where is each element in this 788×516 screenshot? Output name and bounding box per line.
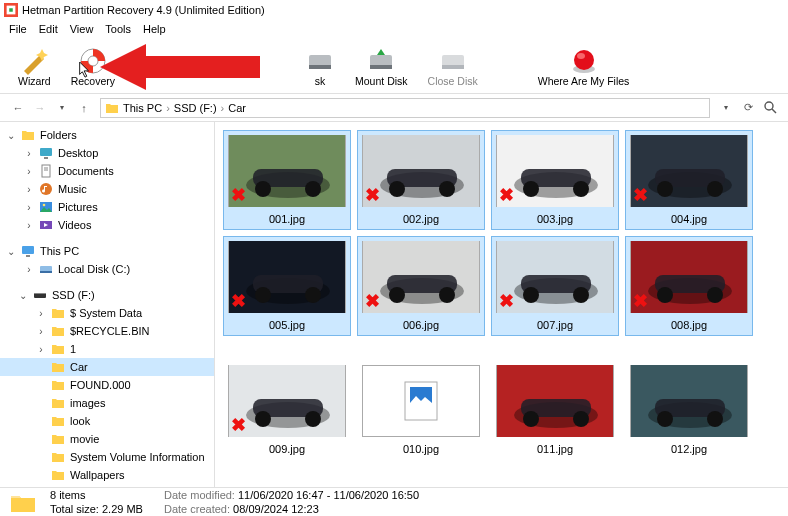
svg-point-52 (707, 181, 723, 197)
tree-item[interactable]: ›Pictures (0, 198, 214, 216)
photo-thumb (497, 135, 613, 207)
app-icon (4, 3, 18, 17)
pictures-icon (38, 199, 54, 215)
thumb-image: ✖ (362, 135, 480, 207)
thumb-image: ✖ (630, 241, 748, 313)
folder-large-icon (10, 492, 36, 514)
nav-up-button[interactable]: ↑ (74, 98, 94, 118)
tree-item[interactable]: ›Videos (0, 216, 214, 234)
svg-point-83 (523, 411, 539, 427)
breadcrumb-dropdown-button[interactable]: ▾ (716, 98, 736, 118)
tree-item-label: Wallpapers (70, 469, 125, 481)
breadcrumb-seg-1[interactable]: SSD (F:) (174, 102, 217, 114)
hidden-disk-button[interactable]: sk (295, 45, 345, 89)
file-thumb[interactable]: ✖008.jpg (625, 236, 753, 336)
svg-point-72 (707, 287, 723, 303)
svg-rect-27 (22, 246, 34, 254)
tree-item[interactable]: ›Music (0, 180, 214, 198)
file-thumb[interactable]: 010.jpg (357, 360, 485, 460)
menu-edit[interactable]: Edit (34, 23, 63, 35)
tree-item-localdisk[interactable]: › Local Disk (C:) (0, 260, 214, 278)
svg-rect-9 (370, 65, 392, 69)
folder-icon (50, 449, 66, 465)
file-thumb[interactable]: ✖006.jpg (357, 236, 485, 336)
expand-icon[interactable]: › (22, 184, 36, 195)
file-thumb[interactable]: ✖001.jpg (223, 130, 351, 230)
tree-item[interactable]: ›Desktop (0, 144, 214, 162)
nav-history-button[interactable]: ▾ (52, 98, 72, 118)
toolbar: Wizard Recovery sk Mount Disk Close Disk… (0, 38, 788, 94)
tree-section-ssd[interactable]: ⌄ SSD (F:) (0, 286, 214, 304)
recovery-button[interactable]: Recovery (61, 45, 125, 89)
expand-icon[interactable]: › (22, 148, 36, 159)
tree-item[interactable]: movie (0, 430, 214, 448)
expand-icon[interactable]: › (22, 202, 36, 213)
breadcrumb-seg-0[interactable]: This PC (123, 102, 162, 114)
tree-item-label: Desktop (58, 147, 98, 159)
breadcrumb[interactable]: This PC› SSD (F:)› Car (100, 98, 710, 118)
svg-rect-11 (442, 65, 464, 69)
tree-item-label: movie (70, 433, 99, 445)
collapse-icon[interactable]: ⌄ (4, 246, 18, 257)
svg-rect-28 (26, 255, 30, 257)
drive-icon (306, 47, 334, 75)
status-bar: 8 items Total size: 2.29 MB Date modifie… (0, 487, 788, 516)
tree-item[interactable]: ›1 (0, 340, 214, 358)
recovery-label: Recovery (71, 75, 115, 87)
menu-tools[interactable]: Tools (100, 23, 136, 35)
tree-item[interactable]: ›$RECYCLE.BIN (0, 322, 214, 340)
tree-section-folders[interactable]: ⌄ Folders (0, 126, 214, 144)
tree-item[interactable]: ›$ System Data (0, 304, 214, 322)
photo-thumb (497, 241, 613, 313)
tree-item[interactable]: ›Documents (0, 162, 214, 180)
file-thumb[interactable]: ✖009.jpg (223, 360, 351, 460)
menu-help[interactable]: Help (138, 23, 171, 35)
tree-item[interactable]: Car (0, 358, 214, 376)
expand-icon[interactable]: › (34, 326, 48, 337)
tree-item[interactable]: System Volume Information (0, 448, 214, 466)
collapse-icon[interactable]: ⌄ (4, 130, 18, 141)
tree-item-label: Documents (58, 165, 114, 177)
file-thumb[interactable]: ✖002.jpg (357, 130, 485, 230)
tree-item[interactable]: FOUND.000 (0, 376, 214, 394)
file-thumb[interactable]: 012.jpg (625, 360, 753, 460)
tree-section-thispc[interactable]: ⌄ This PC (0, 242, 214, 260)
tree-item[interactable]: images (0, 394, 214, 412)
photo-thumb (229, 241, 345, 313)
tree-item[interactable]: look (0, 412, 214, 430)
file-view[interactable]: ✖001.jpg✖002.jpg✖003.jpg✖004.jpg✖005.jpg… (215, 122, 788, 487)
refresh-button[interactable]: ⟳ (738, 98, 758, 118)
svg-point-57 (305, 287, 321, 303)
expand-icon[interactable]: › (34, 308, 48, 319)
svg-point-47 (573, 181, 589, 197)
broken-image-icon (404, 381, 438, 421)
expand-icon[interactable]: › (22, 264, 36, 275)
file-thumb[interactable]: ✖007.jpg (491, 236, 619, 336)
wizard-button[interactable]: Wizard (8, 45, 61, 89)
photo-thumb (631, 365, 747, 437)
expand-icon[interactable]: › (22, 220, 36, 231)
file-thumb[interactable]: ✖003.jpg (491, 130, 619, 230)
svg-rect-32 (34, 293, 46, 294)
where-files-button[interactable]: Where Are My Files (528, 45, 640, 89)
menu-view[interactable]: View (65, 23, 99, 35)
tree-item[interactable]: Wallpapers (0, 466, 214, 484)
tree-item-label: Videos (58, 219, 91, 231)
search-button[interactable] (760, 98, 780, 118)
expand-icon[interactable]: › (34, 344, 48, 355)
expand-icon[interactable]: › (22, 166, 36, 177)
svg-line-16 (772, 109, 776, 113)
file-thumb[interactable]: ✖005.jpg (223, 236, 351, 336)
file-name: 006.jpg (403, 319, 439, 331)
file-name: 011.jpg (537, 443, 573, 455)
menu-file[interactable]: File (4, 23, 32, 35)
collapse-icon[interactable]: ⌄ (16, 290, 30, 301)
breadcrumb-seg-2[interactable]: Car (228, 102, 246, 114)
file-thumb[interactable]: ✖004.jpg (625, 130, 753, 230)
nav-back-button[interactable]: ← (8, 98, 28, 118)
file-name: 008.jpg (671, 319, 707, 331)
deleted-marker-icon: ✖ (633, 186, 648, 204)
file-thumb[interactable]: 011.jpg (491, 360, 619, 460)
sidebar-tree[interactable]: ⌄ Folders ›Desktop›Documents›Music›Pictu… (0, 122, 215, 487)
mount-disk-button[interactable]: Mount Disk (345, 45, 418, 89)
